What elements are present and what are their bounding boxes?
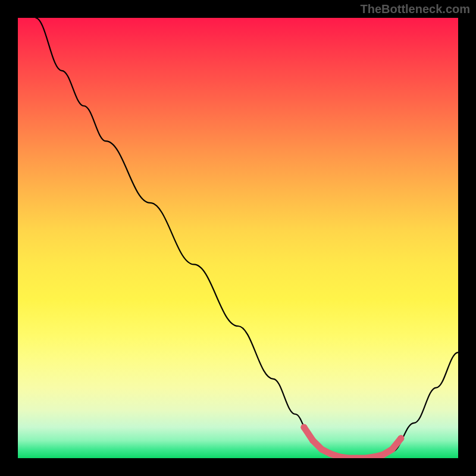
highlight-dot <box>397 435 404 441</box>
highlight-dot <box>380 452 387 458</box>
chart-svg <box>18 18 458 458</box>
highlight-dot <box>389 446 396 453</box>
highlight-dot <box>301 424 308 431</box>
highlight-dot <box>327 450 334 457</box>
watermark-text: TheBottleneck.com <box>361 2 470 16</box>
highlight-dot <box>309 437 316 444</box>
highlight-stroke <box>304 427 401 458</box>
bottleneck-curve-path <box>36 18 458 458</box>
highlight-dot <box>318 446 325 453</box>
plot-area <box>18 18 458 458</box>
